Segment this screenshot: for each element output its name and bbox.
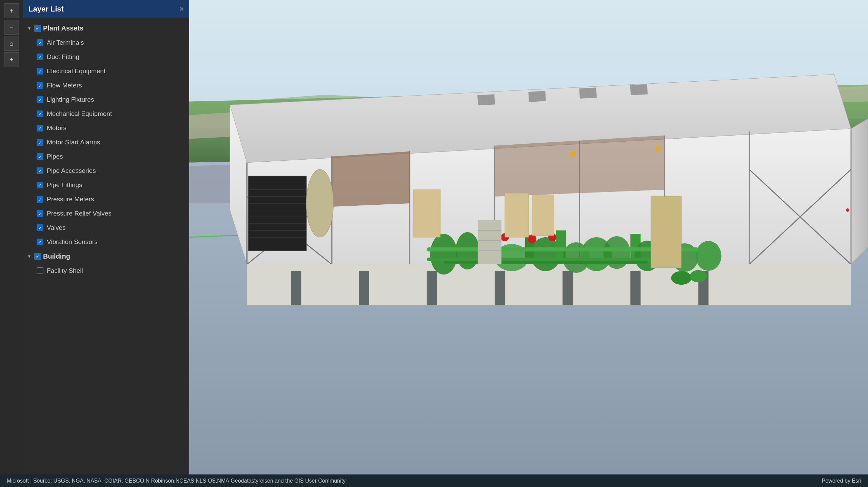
layer-item-valves[interactable]: ✓Valves xyxy=(23,221,189,235)
svg-rect-72 xyxy=(291,271,301,305)
group-chevron-building: ▼ xyxy=(27,254,32,259)
svg-rect-75 xyxy=(495,271,505,305)
svg-rect-76 xyxy=(563,271,573,305)
layer-item-lighting-fixtures[interactable]: ✓Lighting Fixtures xyxy=(23,93,189,107)
layer-checkbox-pipe-accessories[interactable]: ✓ xyxy=(37,167,43,174)
svg-point-83 xyxy=(846,208,849,212)
layer-item-pipe-fittings[interactable]: ✓Pipe Fittings xyxy=(23,178,189,192)
layer-label-pipe-accessories: Pipe Accessories xyxy=(47,167,96,175)
checkmark-icon: ✓ xyxy=(38,197,42,202)
layer-label-vibration-sensors: Vibration Sensors xyxy=(47,238,98,246)
layer-checkbox-electrical-equipment[interactable]: ✓ xyxy=(37,68,43,75)
layer-item-motors[interactable]: ✓Motors xyxy=(23,121,189,135)
layer-panel: Layer List × ▼✓Plant Assets✓Air Terminal… xyxy=(23,0,189,474)
layer-panel-title: Layer List xyxy=(28,5,64,14)
home-button[interactable]: ⌂ xyxy=(4,36,19,51)
layer-panel-close-button[interactable]: × xyxy=(179,5,184,13)
checkmark-icon: ✓ xyxy=(38,240,42,244)
layer-checkbox-duct-fitting[interactable]: ✓ xyxy=(37,54,43,60)
svg-point-40 xyxy=(603,236,630,269)
layer-label-pressure-relief-valves: Pressure Relief Valves xyxy=(47,210,112,217)
status-right: Powered by Esri xyxy=(822,478,862,484)
toolbar-left: + − ⌂ + xyxy=(0,0,23,474)
checkmark-icon: ✓ xyxy=(38,69,42,74)
layer-label-motors: Motors xyxy=(47,124,66,132)
layer-item-motor-start-alarms[interactable]: ✓Motor Start Alarms xyxy=(23,135,189,149)
svg-point-71 xyxy=(306,169,333,237)
svg-rect-11 xyxy=(630,84,648,95)
svg-rect-73 xyxy=(359,271,369,305)
layer-checkbox-vibration-sensors[interactable]: ✓ xyxy=(37,239,43,245)
zoom-out-button[interactable]: − xyxy=(4,20,19,35)
svg-rect-56 xyxy=(413,190,440,237)
checkmark-icon: ✓ xyxy=(38,98,42,102)
group-label-plant-assets: Plant Assets xyxy=(43,24,83,32)
zoom-in-button[interactable]: + xyxy=(4,3,19,18)
layer-item-pressure-relief-valves[interactable]: ✓Pressure Relief Valves xyxy=(23,206,189,221)
layer-checkbox-mechanical-equipment[interactable]: ✓ xyxy=(37,110,43,117)
add-button[interactable]: + xyxy=(4,52,19,67)
layer-checkbox-pressure-relief-valves[interactable]: ✓ xyxy=(37,210,43,217)
layer-checkbox-pressure-meters[interactable]: ✓ xyxy=(37,196,43,203)
checkmark-icon: ✓ xyxy=(38,211,42,216)
svg-rect-8 xyxy=(477,94,495,105)
svg-marker-14 xyxy=(851,119,868,264)
layer-item-duct-fitting[interactable]: ✓Duct Fitting xyxy=(23,50,189,64)
svg-marker-52 xyxy=(478,220,501,264)
group-item-building[interactable]: ▼✓Building xyxy=(23,249,189,264)
layer-item-pipe-accessories[interactable]: ✓Pipe Accessories xyxy=(23,164,189,178)
svg-rect-59 xyxy=(651,197,681,268)
layer-label-mechanical-equipment: Mechanical Equipment xyxy=(47,110,112,118)
checkmark-icon: ✓ xyxy=(38,112,42,116)
group-item-plant-assets[interactable]: ▼✓Plant Assets xyxy=(23,21,189,36)
map-visualization[interactable] xyxy=(189,0,868,474)
layer-label-pressure-meters: Pressure Meters xyxy=(47,196,94,203)
svg-marker-29 xyxy=(579,136,664,193)
layer-label-pipes: Pipes xyxy=(47,153,63,160)
layer-checkbox-flow-meters[interactable]: ✓ xyxy=(37,82,43,89)
svg-rect-9 xyxy=(528,91,546,102)
checkmark-icon: ✓ xyxy=(38,169,42,173)
svg-point-81 xyxy=(570,151,575,157)
layer-checkbox-lighting-fixtures[interactable]: ✓ xyxy=(37,96,43,103)
layer-label-flow-meters: Flow Meters xyxy=(47,82,82,89)
group-checkbox-building[interactable]: ✓ xyxy=(34,253,41,260)
checkmark-icon: ✓ xyxy=(36,254,39,259)
layer-item-mechanical-equipment[interactable]: ✓Mechanical Equipment xyxy=(23,107,189,121)
checkmark-icon: ✓ xyxy=(36,26,39,31)
checkmark-icon: ✓ xyxy=(38,155,42,159)
layer-checkbox-pipes[interactable]: ✓ xyxy=(37,153,43,160)
layer-item-facility-shell[interactable]: Facility Shell xyxy=(23,264,189,278)
layer-checkbox-air-terminals[interactable]: ✓ xyxy=(37,39,43,46)
layer-label-duct-fitting: Duct Fitting xyxy=(47,53,79,61)
layer-item-pipes[interactable]: ✓Pipes xyxy=(23,149,189,164)
layer-item-flow-meters[interactable]: ✓Flow Meters xyxy=(23,78,189,93)
svg-rect-51 xyxy=(444,261,648,264)
layer-item-vibration-sensors[interactable]: ✓Vibration Sensors xyxy=(23,235,189,249)
checkmark-icon: ✓ xyxy=(38,41,42,45)
group-checkbox-plant-assets[interactable]: ✓ xyxy=(34,25,41,32)
checkmark-icon: ✓ xyxy=(38,226,42,230)
layer-label-valves: Valves xyxy=(47,224,66,231)
svg-marker-27 xyxy=(332,151,410,207)
layer-label-motor-start-alarms: Motor Start Alarms xyxy=(47,139,100,146)
layer-label-lighting-fixtures: Lighting Fixtures xyxy=(47,96,94,103)
layer-checkbox-valves[interactable]: ✓ xyxy=(37,224,43,231)
layer-item-pressure-meters[interactable]: ✓Pressure Meters xyxy=(23,192,189,206)
checkmark-icon: ✓ xyxy=(38,83,42,88)
svg-rect-58 xyxy=(532,195,554,236)
layer-label-electrical-equipment: Electrical Equipment xyxy=(47,67,105,75)
layer-label-pipe-fittings: Pipe Fittings xyxy=(47,181,82,189)
svg-point-31 xyxy=(430,234,457,275)
layer-checkbox-facility-shell[interactable] xyxy=(37,267,43,274)
layer-checkbox-motor-start-alarms[interactable]: ✓ xyxy=(37,139,43,146)
layer-panel-scroll[interactable]: ▼✓Plant Assets✓Air Terminals✓Duct Fittin… xyxy=(23,18,189,474)
layer-item-air-terminals[interactable]: ✓Air Terminals xyxy=(23,36,189,50)
checkmark-icon: ✓ xyxy=(38,140,42,145)
layer-checkbox-motors[interactable]: ✓ xyxy=(37,125,43,131)
layer-label-air-terminals: Air Terminals xyxy=(47,39,84,46)
status-left: Microsoft | Source: USGS, NGA, NASA, CGI… xyxy=(7,478,346,484)
layer-item-electrical-equipment[interactable]: ✓Electrical Equipment xyxy=(23,64,189,78)
layer-checkbox-pipe-fittings[interactable]: ✓ xyxy=(37,182,43,188)
checkmark-icon: ✓ xyxy=(38,126,42,130)
